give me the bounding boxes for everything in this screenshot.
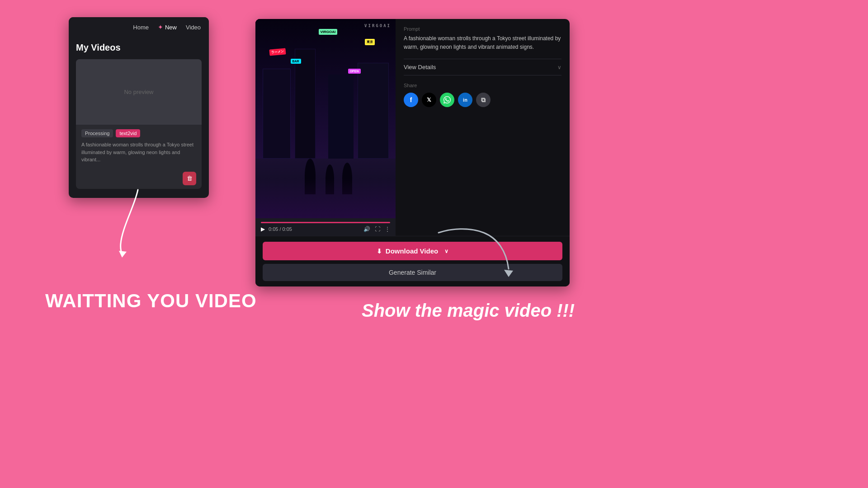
copy-link-button[interactable]: ⧉ bbox=[476, 93, 491, 107]
video-card[interactable]: No preview Processing text2vid A fashion… bbox=[76, 59, 202, 189]
svg-marker-1 bbox=[504, 270, 513, 277]
video-card-info: Processing text2vid A fashionable woman … bbox=[76, 125, 202, 168]
no-preview-text: No preview bbox=[124, 89, 153, 95]
controls-right: 🔊 ⛶ ⋮ bbox=[363, 226, 390, 232]
prompt-label: Prompt bbox=[404, 26, 561, 32]
view-details-text: View Details bbox=[404, 64, 436, 70]
right-panel: ラーメン BAR 東京 OPEN VIRGOAI VIRGOAI bbox=[255, 19, 570, 286]
chevron-icon: ∨ bbox=[557, 64, 561, 70]
video-player-area[interactable]: ラーメン BAR 東京 OPEN VIRGOAI VIRGOAI bbox=[255, 19, 396, 218]
video-description: A fashionable woman strolls through a To… bbox=[81, 141, 196, 164]
nav-video[interactable]: Video bbox=[186, 24, 201, 31]
linkedin-share-button[interactable]: in bbox=[458, 93, 472, 107]
watermark: VIRGOAI bbox=[364, 23, 391, 28]
download-icon: ⬇ bbox=[377, 248, 382, 255]
neon-sign-2: BAR bbox=[291, 59, 301, 64]
fullscreen-icon[interactable]: ⛶ bbox=[375, 226, 380, 232]
video-tags: Processing text2vid bbox=[81, 129, 196, 137]
view-details-row[interactable]: View Details ∨ bbox=[404, 59, 561, 75]
progress-bar[interactable] bbox=[261, 222, 390, 223]
neon-sign-4: OPEN bbox=[348, 69, 361, 74]
share-buttons: f 𝕏 in ⧉ bbox=[404, 93, 561, 107]
tokyo-scene: ラーメン BAR 東京 OPEN VIRGOAI VIRGOAI bbox=[255, 19, 396, 218]
tag-processing: Processing bbox=[81, 129, 113, 137]
facebook-share-button[interactable]: f bbox=[404, 93, 418, 107]
time-display: 0:05 / 0:05 bbox=[269, 226, 360, 232]
video-section: ラーメン BAR 東京 OPEN VIRGOAI VIRGOAI bbox=[255, 19, 396, 236]
left-nav: Home ✦ New Video bbox=[69, 17, 209, 37]
svg-marker-0 bbox=[119, 251, 127, 258]
neon-sign-3: 東京 bbox=[365, 39, 375, 45]
volume-icon[interactable]: 🔊 bbox=[363, 226, 370, 232]
video-controls: ▶ 0:05 / 0:05 🔊 ⛶ ⋮ bbox=[255, 218, 396, 236]
info-section: Prompt A fashionable woman strolls throu… bbox=[396, 19, 570, 236]
whatsapp-share-button[interactable] bbox=[440, 93, 454, 107]
nav-home[interactable]: Home bbox=[133, 24, 149, 31]
right-annotation-text: Show the magic video !!! bbox=[362, 300, 575, 321]
share-label: Share bbox=[404, 83, 561, 88]
tag-text2vid: text2vid bbox=[116, 129, 140, 137]
left-panel: Home ✦ New Video My Videos No preview Pr… bbox=[69, 17, 209, 198]
prompt-text: A fashionable woman strolls through a To… bbox=[404, 34, 561, 52]
twitter-share-button[interactable]: 𝕏 bbox=[422, 93, 436, 107]
video-card-footer: 🗑 bbox=[76, 168, 202, 189]
more-options-icon[interactable]: ⋮ bbox=[385, 226, 390, 232]
right-panel-bottom: ⬇ Download Video ∨ Generate Similar bbox=[255, 236, 570, 286]
spark-icon: ✦ bbox=[158, 23, 163, 31]
neon-sign-5: VIRGOAI bbox=[319, 29, 338, 35]
share-section: Share f 𝕏 in ⧉ bbox=[404, 83, 561, 107]
left-annotation-text: WAITTING YOU VIDEO bbox=[45, 290, 257, 312]
play-button[interactable]: ▶ bbox=[261, 226, 265, 232]
nav-new[interactable]: ✦ New bbox=[158, 23, 177, 31]
video-preview-area: No preview bbox=[76, 59, 202, 125]
arrow-right bbox=[434, 224, 518, 282]
right-panel-content: ラーメン BAR 東京 OPEN VIRGOAI VIRGOAI bbox=[255, 19, 570, 236]
delete-button[interactable]: 🗑 bbox=[183, 172, 196, 185]
arrow-left bbox=[111, 188, 151, 258]
left-panel-body: My Videos No preview Processing text2vid… bbox=[69, 37, 209, 198]
my-videos-title: My Videos bbox=[76, 42, 202, 53]
